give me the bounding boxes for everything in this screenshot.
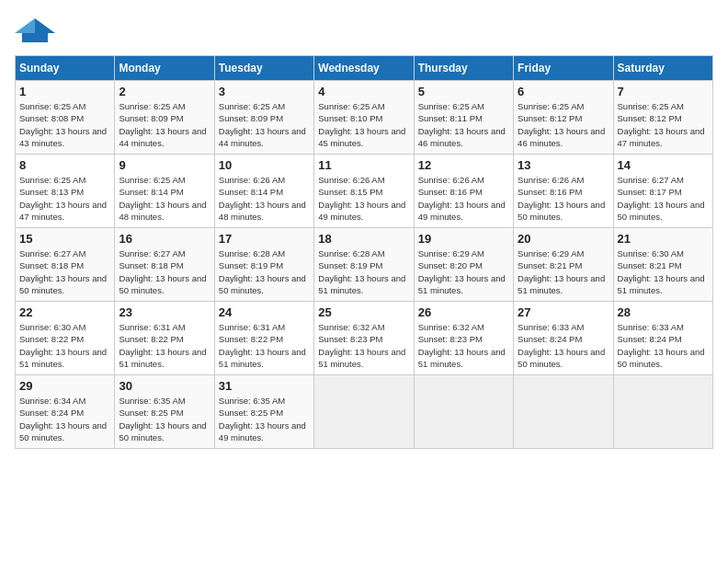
sunset-label: Sunset: 8:19 PM: [219, 260, 283, 270]
calendar-cell: 6 Sunrise: 6:25 AM Sunset: 8:12 PM Dayli…: [514, 81, 613, 155]
day-number: 2: [119, 85, 210, 98]
sunset-label: Sunset: 8:23 PM: [418, 334, 483, 344]
sunrise-label: Sunrise: 6:26 AM: [219, 175, 285, 185]
daylight-label: Daylight: 13 hours and 51 minutes.: [418, 347, 506, 369]
sunset-label: Sunset: 8:09 PM: [219, 113, 283, 123]
daylight-label: Daylight: 13 hours and 51 minutes.: [119, 347, 206, 369]
sunset-label: Sunset: 8:08 PM: [19, 113, 84, 123]
sunset-label: Sunset: 8:16 PM: [418, 187, 483, 197]
day-number: 28: [618, 305, 709, 319]
sunrise-label: Sunrise: 6:26 AM: [518, 175, 584, 185]
sunrise-label: Sunrise: 6:25 AM: [19, 101, 85, 111]
header-day-saturday: Saturday: [613, 56, 712, 81]
day-info: Sunrise: 6:29 AM Sunset: 8:20 PM Dayligh…: [418, 247, 509, 296]
day-number: 9: [119, 158, 210, 172]
daylight-label: Daylight: 13 hours and 51 minutes.: [518, 273, 605, 295]
sunrise-label: Sunrise: 6:26 AM: [418, 175, 484, 185]
sunset-label: Sunset: 8:21 PM: [518, 260, 582, 270]
daylight-label: Daylight: 13 hours and 50 minutes.: [618, 200, 705, 222]
calendar-cell: 27 Sunrise: 6:33 AM Sunset: 8:24 PM Dayl…: [514, 302, 613, 375]
sunset-label: Sunset: 8:15 PM: [318, 187, 382, 197]
day-info: Sunrise: 6:31 AM Sunset: 8:22 PM Dayligh…: [219, 321, 310, 370]
daylight-label: Daylight: 13 hours and 46 minutes.: [518, 126, 605, 148]
calendar-cell: 26 Sunrise: 6:32 AM Sunset: 8:23 PM Dayl…: [414, 302, 513, 375]
sunrise-label: Sunrise: 6:31 AM: [219, 322, 285, 332]
daylight-label: Daylight: 13 hours and 45 minutes.: [318, 126, 405, 148]
calendar-cell: 5 Sunrise: 6:25 AM Sunset: 8:11 PM Dayli…: [414, 81, 513, 155]
sunset-label: Sunset: 8:12 PM: [518, 113, 582, 123]
sunset-label: Sunset: 8:25 PM: [119, 408, 183, 418]
daylight-label: Daylight: 13 hours and 47 minutes.: [19, 200, 107, 222]
day-number: 18: [318, 232, 409, 246]
calendar-cell: 9 Sunrise: 6:25 AM Sunset: 8:14 PM Dayli…: [115, 155, 214, 228]
day-info: Sunrise: 6:25 AM Sunset: 8:14 PM Dayligh…: [119, 174, 210, 223]
day-number: 23: [119, 305, 210, 319]
day-info: Sunrise: 6:27 AM Sunset: 8:18 PM Dayligh…: [19, 247, 110, 296]
day-info: Sunrise: 6:25 AM Sunset: 8:13 PM Dayligh…: [19, 174, 110, 223]
daylight-label: Daylight: 13 hours and 49 minutes.: [318, 200, 405, 222]
calendar-body: 1 Sunrise: 6:25 AM Sunset: 8:08 PM Dayli…: [16, 81, 713, 449]
day-number: 29: [19, 379, 110, 393]
sunrise-label: Sunrise: 6:30 AM: [618, 248, 684, 259]
calendar-cell: 16 Sunrise: 6:27 AM Sunset: 8:18 PM Dayl…: [115, 228, 214, 302]
daylight-label: Daylight: 13 hours and 49 minutes.: [219, 420, 306, 442]
day-number: 19: [418, 232, 509, 246]
day-info: Sunrise: 6:26 AM Sunset: 8:14 PM Dayligh…: [219, 174, 310, 223]
calendar-cell: 14 Sunrise: 6:27 AM Sunset: 8:17 PM Dayl…: [613, 155, 712, 228]
calendar-cell: 1 Sunrise: 6:25 AM Sunset: 8:08 PM Dayli…: [16, 81, 115, 155]
calendar-table: SundayMondayTuesdayWednesdayThursdayFrid…: [15, 55, 713, 449]
sunrise-label: Sunrise: 6:32 AM: [318, 322, 384, 332]
calendar-cell: [314, 375, 414, 449]
day-number: 26: [418, 305, 509, 319]
sunset-label: Sunset: 8:23 PM: [318, 334, 382, 344]
sunset-label: Sunset: 8:19 PM: [318, 260, 382, 270]
day-number: 14: [618, 158, 709, 172]
day-info: Sunrise: 6:33 AM Sunset: 8:24 PM Dayligh…: [518, 321, 609, 370]
calendar-week-row: 15 Sunrise: 6:27 AM Sunset: 8:18 PM Dayl…: [16, 228, 713, 302]
sunrise-label: Sunrise: 6:35 AM: [119, 396, 185, 406]
sunrise-label: Sunrise: 6:25 AM: [219, 101, 285, 111]
day-info: Sunrise: 6:33 AM Sunset: 8:24 PM Dayligh…: [618, 321, 709, 370]
calendar-cell: 28 Sunrise: 6:33 AM Sunset: 8:24 PM Dayl…: [613, 302, 712, 375]
sunset-label: Sunset: 8:13 PM: [19, 187, 84, 197]
day-info: Sunrise: 6:25 AM Sunset: 8:08 PM Dayligh…: [19, 100, 110, 149]
day-number: 15: [19, 232, 110, 246]
calendar-cell: 24 Sunrise: 6:31 AM Sunset: 8:22 PM Dayl…: [214, 302, 313, 375]
header-day-thursday: Thursday: [414, 56, 513, 81]
page-header: [15, 15, 713, 48]
day-number: 13: [518, 158, 609, 172]
daylight-label: Daylight: 13 hours and 48 minutes.: [119, 200, 206, 222]
calendar-header: SundayMondayTuesdayWednesdayThursdayFrid…: [16, 56, 713, 81]
sunset-label: Sunset: 8:11 PM: [418, 113, 483, 123]
daylight-label: Daylight: 13 hours and 50 minutes.: [618, 347, 705, 369]
sunrise-label: Sunrise: 6:33 AM: [518, 322, 584, 332]
day-info: Sunrise: 6:25 AM Sunset: 8:09 PM Dayligh…: [219, 100, 310, 149]
calendar-cell: 20 Sunrise: 6:29 AM Sunset: 8:21 PM Dayl…: [514, 228, 613, 302]
sunset-label: Sunset: 8:14 PM: [119, 187, 183, 197]
calendar-cell: 4 Sunrise: 6:25 AM Sunset: 8:10 PM Dayli…: [314, 81, 414, 155]
sunrise-label: Sunrise: 6:29 AM: [418, 248, 484, 259]
day-info: Sunrise: 6:35 AM Sunset: 8:25 PM Dayligh…: [219, 395, 310, 443]
calendar-cell: [514, 375, 613, 449]
sunset-label: Sunset: 8:22 PM: [219, 334, 283, 344]
day-info: Sunrise: 6:32 AM Sunset: 8:23 PM Dayligh…: [418, 321, 509, 370]
sunset-label: Sunset: 8:12 PM: [618, 113, 682, 123]
logo: [15, 15, 59, 48]
sunrise-label: Sunrise: 6:34 AM: [19, 396, 85, 406]
sunrise-label: Sunrise: 6:30 AM: [19, 322, 85, 332]
day-info: Sunrise: 6:26 AM Sunset: 8:15 PM Dayligh…: [318, 174, 409, 223]
header-day-sunday: Sunday: [16, 56, 115, 81]
sunrise-label: Sunrise: 6:27 AM: [618, 175, 684, 185]
header-day-friday: Friday: [514, 56, 613, 81]
calendar-cell: 2 Sunrise: 6:25 AM Sunset: 8:09 PM Dayli…: [115, 81, 214, 155]
day-number: 27: [518, 305, 609, 319]
header-day-monday: Monday: [115, 56, 214, 81]
sunrise-label: Sunrise: 6:25 AM: [19, 175, 85, 185]
sunrise-label: Sunrise: 6:25 AM: [318, 101, 384, 111]
daylight-label: Daylight: 13 hours and 51 minutes.: [618, 273, 705, 295]
day-info: Sunrise: 6:25 AM Sunset: 8:10 PM Dayligh…: [318, 100, 409, 149]
calendar-cell: 10 Sunrise: 6:26 AM Sunset: 8:14 PM Dayl…: [214, 155, 313, 228]
daylight-label: Daylight: 13 hours and 51 minutes.: [418, 273, 506, 295]
day-number: 4: [318, 85, 409, 98]
day-info: Sunrise: 6:27 AM Sunset: 8:18 PM Dayligh…: [119, 247, 210, 296]
